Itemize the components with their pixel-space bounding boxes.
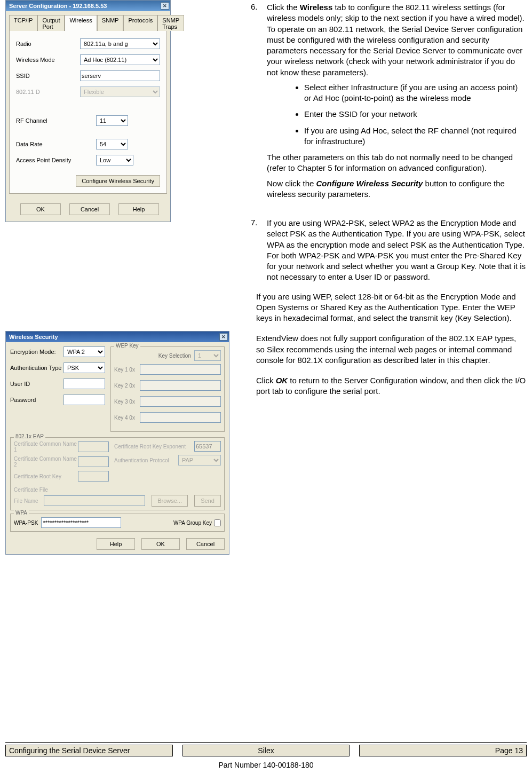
certfile-label: Certificate File [14, 487, 221, 493]
footer-right: Page 13 [359, 745, 527, 756]
authp-label: Authentication Protocol [114, 457, 178, 463]
pwd-input[interactable] [63, 395, 105, 405]
step-7-p3: ExtendView does not fully support config… [256, 333, 527, 366]
d80211-label: 802.11 D [16, 89, 80, 95]
step-6-after1: The other parameters on this tab do not … [267, 152, 527, 174]
tab-snmp[interactable]: SNMP [97, 15, 124, 31]
step-7-p1: If you are using WPA2-PSK, select WPA2 a… [267, 218, 527, 283]
bullet-2: Enter the SSID for your network [304, 109, 527, 120]
density-select[interactable]: Low [96, 155, 133, 165]
wpa-legend: WPA [14, 510, 29, 516]
rootkey-input [78, 471, 109, 482]
rfchan-label: RF Channel [16, 117, 80, 124]
tab-body: Radio 802.11a, b and g Wireless Mode Ad … [9, 30, 167, 194]
part-number: Part Number 140-00188-180 [5, 761, 527, 769]
wsec-cancel-button[interactable]: Cancel [186, 538, 225, 550]
cn1-input [78, 441, 109, 452]
auth-label: Authentication Type [10, 365, 63, 371]
exp-input [194, 441, 221, 452]
browse-button: Browse... [152, 495, 188, 507]
mode-label: Wireless Mode [16, 57, 80, 63]
cancel-button[interactable]: Cancel [69, 203, 110, 215]
key3-label: Key 3 0x [114, 399, 140, 405]
gk-label: WPA Group Key [173, 520, 212, 526]
userid-input[interactable] [63, 378, 105, 389]
bullet-1: Select either Infrastructure (if you are… [304, 82, 527, 104]
density-label: Access Point Density [16, 157, 80, 163]
keysel-label: Key Selection [158, 353, 191, 359]
key1-label: Key 1 0x [114, 367, 140, 373]
auth-select[interactable]: PSK [63, 362, 105, 373]
userid-label: User ID [10, 381, 63, 387]
cn1-label: Certificate Common Name 1 [14, 441, 78, 453]
enc-label: Encryption Mode: [10, 349, 63, 355]
footer-left: Configuring the Serial Device Server [5, 745, 173, 756]
wsec-help-button[interactable]: Help [97, 538, 135, 550]
tab-outputport[interactable]: Output Port [37, 15, 65, 31]
gk-checkbox[interactable] [214, 519, 221, 526]
radio-label: Radio [16, 41, 80, 47]
pwd-label: Password [10, 397, 63, 403]
rootkey-label: Certificate Root Key [14, 474, 78, 479]
instruction-text: 6. Click the Wireless tab to configure t… [251, 0, 527, 555]
psk-label: WPA-PSK [14, 520, 38, 526]
bullet-3: If you are using Ad Hoc, select the RF c… [304, 125, 527, 147]
keysel-select: 1 [194, 350, 221, 361]
radio-select[interactable]: 802.11a, b and g [80, 38, 160, 49]
exp-label: Certificate Root Key Exponent [114, 444, 194, 449]
footer-center: Silex [182, 745, 350, 756]
key4-label: Key 4 0x [114, 415, 140, 421]
page-footer: Configuring the Serial Device Server Sil… [5, 742, 527, 769]
wepkey-legend: WEP Key [114, 343, 140, 349]
dialog-title: Server Configuration - 192.168.5.53 [9, 3, 107, 9]
key2-label: Key 2 0x [114, 383, 140, 389]
wsec-ok-button[interactable]: OK [141, 538, 180, 550]
step-7-p4: Click OK to return to the Server Configu… [256, 375, 527, 397]
step-7-num: 7. [251, 218, 267, 287]
ok-button[interactable]: OK [20, 203, 61, 215]
help-button[interactable]: Help [118, 203, 159, 215]
psk-input[interactable] [41, 517, 121, 528]
tabstrip: TCP/IP Output Port Wireless SNMP Protoco… [6, 11, 170, 30]
server-config-dialog: Server Configuration - 192.168.5.53 ✕ TC… [5, 0, 171, 222]
cfg-wsec-button[interactable]: Configure Wireless Security [76, 175, 160, 187]
mode-select[interactable]: Ad Hoc (802.11) [80, 54, 160, 65]
wireless-security-dialog: Wireless Security ✕ Encryption Mode: WPA… [5, 331, 229, 555]
step-6-num: 6. [251, 2, 267, 204]
tab-tcpip[interactable]: TCP/IP [9, 15, 37, 31]
rate-select[interactable]: 54 [96, 139, 128, 149]
eap-legend: 802.1x EAP [14, 433, 45, 439]
tab-wireless[interactable]: Wireless [65, 15, 97, 31]
cn2-input [78, 456, 109, 467]
rfchan-select[interactable]: 11 [96, 115, 128, 126]
close-icon[interactable]: ✕ [161, 2, 169, 10]
filename-label: File Name [14, 498, 41, 504]
authp-select: PAP [178, 455, 221, 466]
eap-fieldset: 802.1x EAP Certificate Common Name 1 Cer… [10, 437, 225, 510]
rate-label: Data Rate [16, 141, 80, 147]
tab-snmptraps[interactable]: SNMP Traps [157, 15, 184, 31]
ssid-label: SSID [16, 73, 80, 79]
close-icon[interactable]: ✕ [219, 333, 228, 341]
key1-input [140, 364, 221, 375]
wsec-title: Wireless Security [9, 334, 58, 340]
cn2-label: Certificate Common Name 2 [14, 456, 78, 468]
wsec-left: Encryption Mode: WPA 2 Authentication Ty… [10, 346, 106, 435]
key2-input [140, 380, 221, 391]
wpa-fieldset: WPA WPA-PSK WPA Group Key [10, 514, 225, 532]
tab-protocols[interactable]: Protocols [123, 15, 157, 31]
d80211-select: Flexible [80, 86, 160, 97]
step-6-intro: Click the Wireless tab to configure the … [267, 2, 527, 78]
send-button: Send [194, 495, 221, 507]
ssid-input[interactable] [80, 70, 160, 81]
wsec-titlebar: Wireless Security ✕ [6, 332, 229, 342]
step-6-after2: Now click the Configure Wireless Securit… [267, 178, 527, 200]
key3-input [140, 396, 221, 407]
filename-input [44, 495, 145, 506]
key4-input [140, 412, 221, 423]
step-7-p2: If you are using WEP, select 128-bit or … [256, 291, 527, 324]
enc-select[interactable]: WPA 2 [63, 346, 105, 357]
titlebar: Server Configuration - 192.168.5.53 ✕ [6, 1, 170, 11]
wepkey-fieldset: WEP Key Key Selection 1 Key 1 0x Key 2 0… [110, 346, 225, 432]
